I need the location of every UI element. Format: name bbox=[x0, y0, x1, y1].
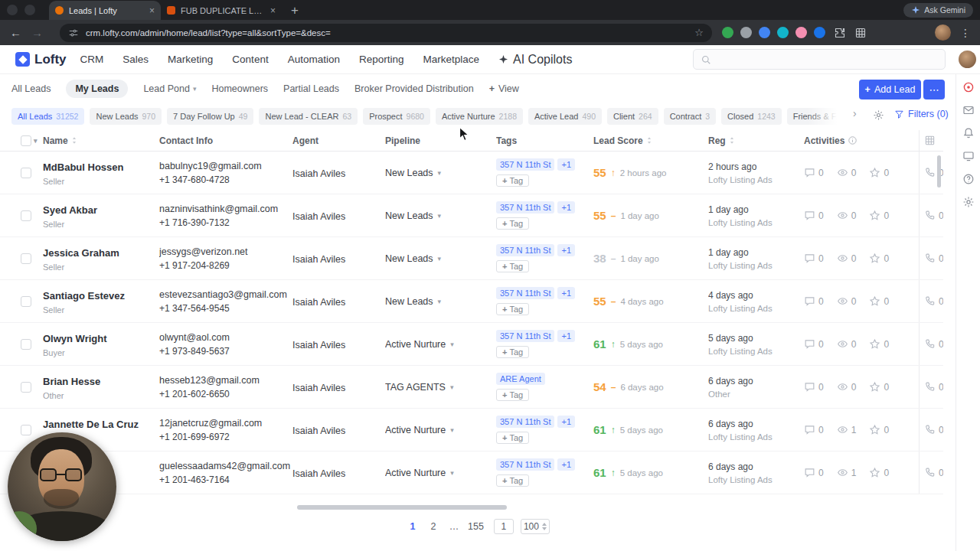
forward-button[interactable]: → bbox=[31, 26, 43, 39]
new-tab-button[interactable]: + bbox=[291, 4, 299, 17]
chat-stat[interactable]: 0 bbox=[804, 295, 824, 307]
table-row[interactable]: Brian Hesse Other hesseb123@gmail.com +1… bbox=[0, 366, 943, 409]
column-header-tags[interactable]: Tags bbox=[496, 135, 593, 146]
lead-email[interactable]: jessygs@verizon.net bbox=[159, 246, 286, 257]
nav-item-marketing[interactable]: Marketing bbox=[168, 54, 213, 65]
leads-tab-lead-pond[interactable]: Lead Pond▾ bbox=[143, 83, 196, 94]
lofty-logo[interactable]: Lofty bbox=[15, 52, 67, 67]
lead-tag[interactable]: +1 bbox=[557, 244, 575, 256]
lead-tag[interactable]: 357 N 11th St bbox=[496, 201, 554, 214]
chips-settings-icon[interactable] bbox=[873, 109, 884, 121]
table-row[interactable]: guelessaadams42@gmail.com +1 201-463-716… bbox=[0, 452, 943, 494]
lead-email[interactable]: hesseb123@gmail.com bbox=[159, 375, 286, 386]
sort-icon[interactable] bbox=[729, 135, 735, 145]
star-stat[interactable]: 0 bbox=[869, 424, 889, 435]
chat-stat[interactable]: 0 bbox=[804, 467, 824, 478]
lead-phone[interactable]: +1 716-390-7132 bbox=[159, 217, 286, 228]
lead-name[interactable]: Syed Akbar bbox=[43, 204, 97, 216]
calls-stat[interactable]: 0 bbox=[919, 280, 943, 322]
lead-tag[interactable]: 357 N 11th St bbox=[496, 244, 554, 256]
lead-tag[interactable]: 357 N 11th St bbox=[496, 158, 554, 171]
bell-icon[interactable] bbox=[962, 127, 975, 139]
extension-icon-1[interactable] bbox=[722, 27, 733, 38]
browser-tab-fub[interactable]: FUB DUPLICATE LEAD ISSUE × bbox=[161, 1, 282, 20]
chat-stat[interactable]: 0 bbox=[804, 424, 824, 435]
pipeline-dropdown[interactable]: New Leads ▾ bbox=[385, 296, 496, 307]
calls-stat[interactable]: 0 bbox=[919, 366, 943, 408]
lead-tag[interactable]: +1 bbox=[557, 416, 575, 428]
lead-tag[interactable]: +1 bbox=[557, 158, 575, 171]
add-tag-button[interactable]: + Tag bbox=[496, 174, 529, 187]
site-settings-icon[interactable] bbox=[68, 28, 79, 38]
page-size-select[interactable]: 100 bbox=[521, 519, 550, 534]
lead-phone[interactable]: +1 201-463-7164 bbox=[159, 474, 286, 485]
horizontal-scrollbar[interactable] bbox=[297, 505, 507, 510]
nav-item-reporting[interactable]: Reporting bbox=[359, 54, 404, 65]
filters-button[interactable]: Filters (0) bbox=[894, 109, 949, 119]
pipeline-dropdown[interactable]: TAG AGENTS ▾ bbox=[385, 382, 496, 393]
star-stat[interactable]: 0 bbox=[869, 295, 889, 307]
add-lead-button[interactable]: + Add Lead bbox=[859, 80, 921, 99]
add-tag-button[interactable]: + Tag bbox=[496, 389, 529, 401]
leads-tab-broker-provided-distribution[interactable]: Broker Provided Distribution bbox=[354, 83, 474, 94]
star-stat[interactable]: 0 bbox=[869, 381, 889, 393]
lead-tag[interactable]: 357 N 11th St bbox=[496, 416, 554, 428]
chat-stat[interactable]: 0 bbox=[804, 210, 824, 221]
dialer-icon[interactable] bbox=[962, 81, 975, 93]
bookmark-star-icon[interactable]: ☆ bbox=[694, 27, 704, 38]
filter-chip-client[interactable]: Client264 bbox=[607, 108, 658, 125]
browser-tab-leads[interactable]: Leads | Lofty × bbox=[49, 1, 161, 20]
page-button-155[interactable]: 155 bbox=[468, 518, 484, 535]
lead-tag[interactable]: +1 bbox=[557, 330, 575, 342]
lead-name[interactable]: Jannette De La Cruz bbox=[43, 419, 139, 430]
row-checkbox[interactable] bbox=[21, 168, 31, 178]
nav-item-marketplace[interactable]: Marketplace bbox=[423, 54, 480, 65]
row-checkbox[interactable] bbox=[21, 339, 31, 350]
leads-tab-all-leads[interactable]: All Leads bbox=[11, 83, 51, 94]
leads-tab-partial-leads[interactable]: Partial Leads bbox=[283, 83, 339, 94]
lead-email[interactable]: guelessaadams42@gmail.com bbox=[159, 461, 286, 471]
lead-phone[interactable]: +1 917-204-8269 bbox=[159, 260, 286, 271]
lead-email[interactable]: estevezsantiago3@gmail.com bbox=[159, 289, 286, 300]
leads-tab-homeowners[interactable]: Homeowners bbox=[211, 83, 268, 94]
lead-phone[interactable]: +1 973-849-5637 bbox=[159, 346, 286, 357]
extension-icon-2[interactable] bbox=[740, 27, 752, 38]
lead-email[interactable]: olwynt@aol.com bbox=[159, 332, 286, 343]
extensions-puzzle-icon[interactable] bbox=[834, 27, 846, 39]
add-view-button[interactable]: + View bbox=[489, 83, 519, 94]
search-input[interactable] bbox=[693, 49, 946, 70]
sort-icon[interactable] bbox=[646, 135, 652, 145]
filter-chip-new-leads[interactable]: New Leads970 bbox=[90, 108, 162, 125]
lead-tag[interactable]: ARE Agent bbox=[496, 373, 545, 385]
lead-phone[interactable]: +1 347-564-9545 bbox=[159, 303, 286, 314]
lead-name[interactable]: Olwyn Wright bbox=[43, 333, 107, 344]
info-icon[interactable] bbox=[848, 135, 858, 145]
user-avatar[interactable] bbox=[959, 51, 976, 68]
lead-email[interactable]: babulnyc19@gmail.com bbox=[159, 161, 286, 171]
nav-item-sales[interactable]: Sales bbox=[122, 54, 149, 65]
star-stat[interactable]: 0 bbox=[869, 338, 889, 350]
row-checkbox[interactable] bbox=[21, 210, 31, 221]
star-stat[interactable]: 0 bbox=[869, 210, 889, 221]
add-tag-button[interactable]: + Tag bbox=[496, 474, 529, 487]
column-header-name[interactable]: Name bbox=[43, 135, 159, 146]
eye-stat[interactable]: 0 bbox=[837, 295, 857, 307]
lead-phone[interactable]: +1 347-680-4728 bbox=[159, 174, 286, 185]
add-tag-button[interactable]: + Tag bbox=[496, 260, 529, 272]
star-stat[interactable]: 0 bbox=[869, 467, 889, 478]
leads-tab-my-leads[interactable]: My Leads bbox=[66, 80, 128, 98]
eye-stat[interactable]: 0 bbox=[837, 381, 857, 393]
nav-item-ai-copilots[interactable]: AI Copilots bbox=[498, 53, 572, 67]
extension-icon-6[interactable] bbox=[814, 27, 825, 38]
lead-tag[interactable]: 357 N 11th St bbox=[496, 330, 554, 342]
page-input[interactable]: 1 bbox=[494, 519, 514, 534]
extension-icon-3[interactable] bbox=[759, 27, 770, 38]
lead-tag[interactable]: +1 bbox=[557, 287, 575, 299]
add-tag-button[interactable]: + Tag bbox=[496, 303, 529, 315]
page-button-2[interactable]: 2 bbox=[426, 518, 440, 535]
filter-chip-all-leads[interactable]: All Leads31252 bbox=[11, 108, 84, 125]
row-checkbox[interactable] bbox=[21, 382, 31, 393]
nav-item-automation[interactable]: Automation bbox=[288, 54, 340, 65]
pipeline-dropdown[interactable]: Active Nurture ▾ bbox=[385, 339, 496, 350]
nav-item-content[interactable]: Content bbox=[232, 54, 268, 65]
